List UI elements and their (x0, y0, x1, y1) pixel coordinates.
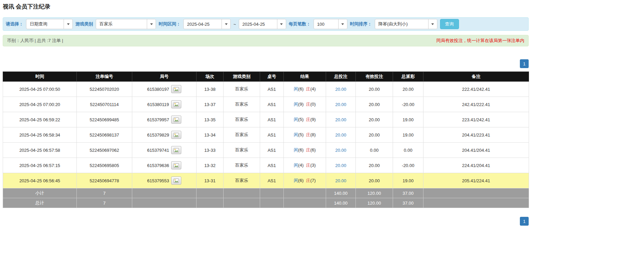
round-result-image-button[interactable] (171, 85, 181, 93)
page-button-1[interactable]: 1 (520, 217, 529, 226)
cell-bet-no: 522450701114 (77, 97, 132, 112)
round-result-image-button[interactable] (171, 146, 181, 154)
footer-cell-5 (224, 198, 260, 208)
result-player-label: 闲 (294, 147, 298, 152)
pagination-bottom: 1 (3, 217, 529, 226)
cell-valid-bet: 20.00 (356, 173, 393, 188)
round-result-image-button[interactable] (171, 177, 181, 185)
cell-table-no: AS1 (260, 127, 284, 143)
page-title: 视讯 会员下注纪录 (3, 3, 529, 11)
footer-cell-1: 小计 (3, 188, 77, 198)
result-image-icon (174, 87, 179, 91)
result-banker-score: (8) (310, 132, 316, 137)
cell-total-bet: 20.00 (326, 158, 356, 173)
footer-cell-10: 37.00 (393, 188, 423, 198)
cell-session: 13-35 (197, 112, 224, 127)
total-row: 总计7140.00120.0037.00 (3, 198, 529, 208)
round-result-image-button[interactable] (171, 100, 181, 108)
footer-cell-7 (284, 188, 326, 198)
result-player-label: 闲 (294, 117, 298, 122)
result-player-label: 闲 (294, 178, 298, 183)
cell-round-no: 615379636 (132, 158, 197, 173)
game-category-select[interactable]: 百家乐 (96, 19, 156, 29)
total-bet-link[interactable]: 20.00 (335, 132, 346, 138)
result-banker-score: (4) (310, 86, 316, 91)
page-content: 视讯 会员下注纪录 请选择： 日期查询 游戏类别 百家乐 时间区间： 2025-… (3, 3, 529, 226)
cell-time: 2025-04-25 06:59:22 (3, 112, 77, 127)
date-from-select[interactable]: 2025-04-25 (183, 19, 231, 29)
cell-session: 13-33 (197, 143, 224, 158)
result-image-icon (174, 102, 179, 107)
result-player-score: (6) (298, 147, 304, 152)
game-category-value: 百家乐 (96, 19, 147, 29)
sort-order-label: 时间排序： (350, 21, 372, 27)
page-button-1[interactable]: 1 (520, 59, 529, 68)
cell-note: 222.41/242.41 (423, 82, 529, 97)
round-result-image-button[interactable] (171, 131, 181, 139)
cell-game-category: 百家乐 (224, 173, 260, 188)
cell-valid-bet: 0.00 (356, 143, 393, 158)
result-player-label: 闲 (294, 102, 298, 107)
table-row: 2025-04-25 07:00:50522450702020615380197… (3, 82, 529, 97)
footer-cell-1: 总计 (3, 198, 77, 208)
game-category-dropdown-button[interactable] (147, 19, 156, 29)
total-bet-link[interactable]: 20.00 (335, 117, 346, 122)
cell-bet-no: 522450699485 (77, 112, 132, 127)
result-banker-score: (0) (310, 102, 316, 107)
search-button[interactable]: 查询 (440, 19, 459, 29)
cell-bet-no: 522450698137 (77, 127, 132, 143)
caret-down-icon (150, 23, 153, 25)
cell-payout: 19.00 (393, 112, 423, 127)
sort-order-value: 降幂(由大到小) (375, 19, 428, 29)
cell-valid-bet: 20.00 (356, 112, 393, 127)
result-banker-label: 庄 (306, 86, 310, 91)
records-table: 时间注单编号局号场次游戏类别桌号结果总投注有效投注总派彩备注 2025-04-2… (3, 71, 529, 208)
footer-cell-9: 120.00 (356, 188, 393, 198)
cell-table-no: AS1 (260, 143, 284, 158)
query-type-select[interactable]: 日期查询 (26, 19, 73, 29)
total-bet-link[interactable]: 20.00 (335, 178, 346, 183)
cell-total-bet: 20.00 (326, 173, 356, 188)
cell-total-bet: 20.00 (326, 127, 356, 143)
header-row: 时间注单编号局号场次游戏类别桌号结果总投注有效投注总派彩备注 (3, 72, 529, 82)
page-size-select[interactable]: 100 (314, 19, 347, 29)
cell-round-no: 615380197 (132, 82, 197, 97)
sort-order-select[interactable]: 降幂(由大到小) (375, 19, 437, 29)
cell-table-no: AS1 (260, 158, 284, 173)
query-type-dropdown-button[interactable] (64, 19, 72, 29)
query-type-value: 日期查询 (26, 19, 64, 29)
result-banker-score: (6) (310, 147, 316, 152)
table-row: 2025-04-25 06:58:34522450698137615379829… (3, 127, 529, 143)
cell-note: 224.41/204.41 (423, 158, 529, 173)
cell-result: 闲(6)庄(6) (284, 143, 326, 158)
table-row: 2025-04-25 06:59:22522450699485615379957… (3, 112, 529, 127)
page-size-label: 每页笔数： (289, 21, 311, 27)
date-to-dropdown-button[interactable] (277, 19, 286, 29)
round-result-image-button[interactable] (171, 116, 181, 124)
cell-note: 204.41/204.41 (423, 143, 529, 158)
cell-time: 2025-04-25 07:00:20 (3, 97, 77, 112)
sort-order-dropdown-button[interactable] (428, 19, 437, 29)
cell-payout: 20.00 (393, 82, 423, 97)
total-bet-link[interactable]: 20.00 (335, 163, 346, 168)
cell-result: 闲(5)庄(8) (284, 127, 326, 143)
cell-time: 2025-04-25 07:00:50 (3, 82, 77, 97)
column-header-5: 游戏类别 (224, 72, 260, 82)
round-result-image-button[interactable] (171, 161, 181, 169)
summary-notice-text: 同局有效投注，统一计算在该局第一张注单内 (436, 38, 524, 44)
cell-game-category: 百家乐 (224, 112, 260, 127)
result-player-score: (9) (298, 102, 304, 107)
column-header-2: 注单编号 (77, 72, 132, 82)
date-to-select[interactable]: 2025-04-25 (239, 19, 286, 29)
result-banker-label: 庄 (306, 132, 310, 137)
total-bet-link[interactable]: 20.00 (335, 148, 346, 153)
footer-cell-2: 7 (77, 188, 132, 198)
cell-result: 闲(6)庄(7) (284, 173, 326, 188)
date-from-dropdown-button[interactable] (222, 19, 230, 29)
total-bet-link[interactable]: 20.00 (335, 102, 346, 107)
page-size-dropdown-button[interactable] (338, 19, 347, 29)
result-player-score: (5) (298, 132, 304, 137)
result-banker-score: (9) (310, 117, 316, 122)
total-bet-link[interactable]: 20.00 (335, 87, 346, 92)
result-player-score: (4) (298, 163, 304, 168)
